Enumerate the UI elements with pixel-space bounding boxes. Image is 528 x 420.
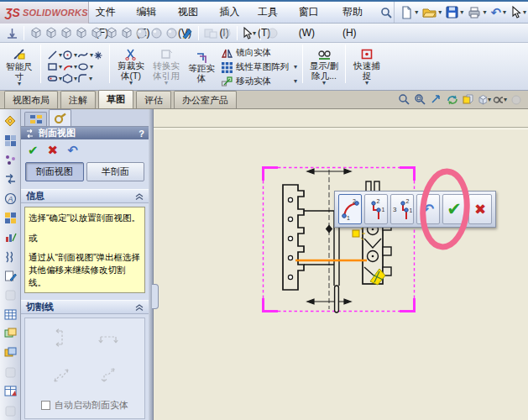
- save-button[interactable]: [444, 5, 465, 19]
- property-manager-tab[interactable]: [49, 109, 71, 126]
- chart-annotation-icon[interactable]: [3, 229, 18, 244]
- view-cube-icon-6[interactable]: [104, 26, 118, 40]
- cutline-notch-offset-button[interactable]: 321: [390, 194, 414, 224]
- rectangle-tool[interactable]: [47, 61, 62, 72]
- svg-text:3: 3: [393, 206, 397, 213]
- search-icon[interactable]: [378, 2, 394, 23]
- view-cube-icon-2[interactable]: [44, 26, 58, 40]
- menu-edit[interactable]: 编辑(E): [130, 2, 171, 23]
- image-tool-icon-2[interactable]: [3, 345, 18, 360]
- cutline-section-header[interactable]: 切割线: [21, 300, 149, 314]
- format-painter-icon[interactable]: A: [3, 191, 18, 206]
- feature-manager-tab[interactable]: [24, 112, 47, 126]
- help-icon[interactable]: ?: [139, 129, 144, 139]
- spline-tool[interactable]: [77, 50, 93, 60]
- polygon-tool[interactable]: [62, 73, 77, 84]
- move-entities-button[interactable]: 移动实体 ▾: [221, 75, 297, 88]
- reference-axis-icon[interactable]: [5, 26, 19, 40]
- undo-button[interactable]: ↶: [489, 6, 508, 19]
- view-cube-icon-7[interactable]: [119, 26, 133, 40]
- chevron-down-icon[interactable]: ▾: [18, 81, 21, 87]
- shaded-view-icon-3[interactable]: [165, 26, 179, 40]
- zoom-fit-icon[interactable]: [397, 92, 411, 107]
- revision-table-icon[interactable]: [3, 384, 18, 399]
- ellipse-tool[interactable]: [77, 61, 93, 72]
- select-tool-button[interactable]: [509, 5, 528, 19]
- chevron-down-icon[interactable]: ▾: [129, 81, 133, 86]
- ok-button[interactable]: ✔: [28, 143, 39, 158]
- menu-view[interactable]: 视图(V): [171, 2, 212, 23]
- fillet-tool[interactable]: [77, 73, 92, 84]
- popup-undo-button[interactable]: ↶: [416, 194, 440, 224]
- panel-flyout-tab[interactable]: [152, 284, 159, 309]
- chevron-down-icon[interactable]: ▾: [365, 81, 369, 86]
- undo-button-panel[interactable]: ↶: [67, 143, 78, 158]
- circle-tool[interactable]: [62, 50, 77, 60]
- mirror-entities-button[interactable]: 镜向实体: [221, 46, 297, 60]
- open-document-button[interactable]: [421, 5, 443, 19]
- mode-section-view[interactable]: 剖面视图: [25, 162, 84, 181]
- shaded-view-icon-1[interactable]: [134, 26, 149, 40]
- tab-sketch[interactable]: 草图: [98, 90, 133, 108]
- linear-pattern-button[interactable]: 线性草图阵列 ▾: [221, 60, 297, 74]
- note-tag-icon[interactable]: [3, 113, 18, 129]
- cutline-option-1: [50, 327, 72, 350]
- menu-file[interactable]: 文件(F): [89, 2, 130, 23]
- separator: [40, 45, 41, 83]
- spell-check-icon[interactable]: [3, 152, 18, 167]
- quick-snaps-button[interactable]: 快速捕捉 ▾: [349, 47, 384, 87]
- display-delete-relations-button[interactable]: 显示/删除几... ▾: [306, 47, 342, 87]
- info-section-header[interactable]: 信息: [21, 189, 149, 203]
- point-tool[interactable]: [93, 50, 103, 60]
- general-table-icon[interactable]: [3, 307, 18, 322]
- appearance-brush-icon[interactable]: [180, 26, 194, 40]
- chevron-down-icon[interactable]: ▾: [294, 79, 297, 84]
- view-settings-icon[interactable]: [493, 92, 507, 107]
- arc-tool[interactable]: [62, 61, 77, 72]
- shaded-view-icon-2[interactable]: [149, 26, 164, 40]
- cutline-single-offset-button[interactable]: 21: [364, 194, 388, 224]
- rotate-view-icon[interactable]: [445, 92, 459, 107]
- view-cube-icon-3[interactable]: [59, 26, 73, 40]
- tab-annotation[interactable]: 注解: [60, 91, 96, 108]
- display-style-icon[interactable]: [477, 92, 491, 107]
- balloon-grid-icon[interactable]: [3, 133, 18, 148]
- mode-half-section[interactable]: 半剖面: [86, 162, 145, 181]
- menu-tools[interactable]: 工具(T): [251, 2, 292, 23]
- view-cube-icon-4[interactable]: [74, 26, 88, 40]
- previous-view-icon[interactable]: [429, 92, 443, 107]
- chevron-down-icon[interactable]: ▾: [322, 81, 326, 86]
- tab-evaluate[interactable]: 评估: [136, 91, 171, 108]
- table-pattern-icon[interactable]: [3, 210, 18, 225]
- print-button[interactable]: [466, 6, 488, 19]
- popup-ok-button[interactable]: ✔: [442, 194, 466, 224]
- zoom-area-icon[interactable]: [413, 92, 427, 107]
- new-document-button[interactable]: [399, 5, 420, 20]
- tab-view-layout[interactable]: 视图布局: [4, 91, 58, 108]
- solidworks-window: ƷS SOLIDWORKS 文件(F) 编辑(E) 视图(V) 插入(I) 工具…: [0, 0, 528, 420]
- smart-dimension-button[interactable]: 智能尺寸 ▾: [2, 46, 37, 87]
- menu-insert[interactable]: 插入(I): [212, 2, 251, 23]
- weld-symbol-icon[interactable]: [3, 249, 18, 264]
- section-view-tool-icon[interactable]: [461, 92, 475, 107]
- swap-arrows-icon[interactable]: [3, 171, 18, 186]
- cutline-arc-offset-button[interactable]: 12: [338, 194, 362, 224]
- select-cursor-icon[interactable]: [242, 26, 256, 40]
- image-tool-icon-1[interactable]: [3, 326, 18, 341]
- separator: [260, 26, 261, 40]
- trim-entities-button[interactable]: 剪裁实体(T) ▾: [113, 47, 149, 87]
- cancel-button[interactable]: ✖: [48, 143, 59, 158]
- edit-sheet-icon[interactable]: [3, 268, 18, 283]
- line-tool[interactable]: [47, 50, 62, 60]
- chevron-down-icon[interactable]: ▾: [294, 65, 297, 70]
- view-cube-icon-5[interactable]: [89, 26, 103, 40]
- slot-tool[interactable]: [47, 73, 62, 84]
- offset-entities-button[interactable]: 等距实体: [184, 50, 219, 84]
- menu-window[interactable]: 窗口(W): [292, 2, 336, 23]
- popup-cancel-button[interactable]: ✖: [468, 194, 492, 224]
- auto-start-checkbox[interactable]: [41, 401, 50, 410]
- graphics-area[interactable]: 12 21 321 ↶ ✔ ✖: [154, 109, 528, 420]
- menu-help[interactable]: 帮助(H): [336, 2, 378, 23]
- view-cube-icon-1[interactable]: [29, 26, 43, 40]
- tab-office-products[interactable]: 办公室产品: [174, 91, 237, 108]
